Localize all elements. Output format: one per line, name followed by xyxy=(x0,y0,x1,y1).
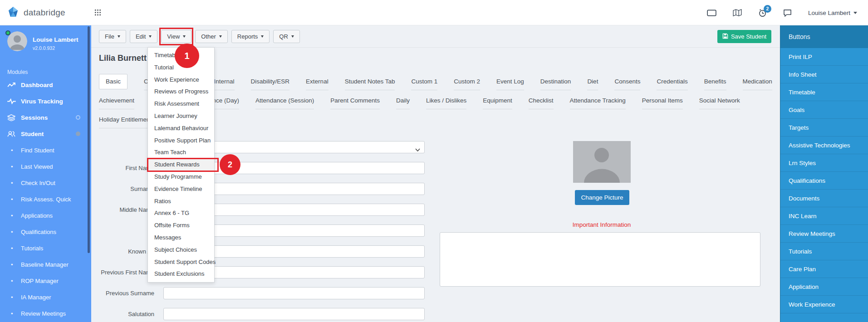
important-information-label: Important Information xyxy=(556,221,647,228)
panel-button-timetable[interactable]: Timetable xyxy=(780,83,868,101)
panel-button-documents[interactable]: Documents xyxy=(780,190,868,207)
menu-button-other[interactable]: Other xyxy=(195,30,228,43)
field-label: Previous First Name xyxy=(91,269,154,276)
view-menu-item-study-programme[interactable]: Study Programme xyxy=(148,171,214,183)
tab-student-notes-tab[interactable]: Student Notes Tab xyxy=(345,75,395,90)
tab-likes-dislikes[interactable]: Likes / Dislikes xyxy=(426,94,466,109)
layers-icon xyxy=(7,114,21,121)
panel-button-goals[interactable]: Goals xyxy=(780,101,868,119)
tab-medication[interactable]: Medication xyxy=(743,75,772,90)
bullet-icon: • xyxy=(11,212,21,219)
window-icon[interactable] xyxy=(707,10,716,16)
tab-diet[interactable]: Diet xyxy=(587,75,598,90)
tab-attendance-tracking[interactable]: Attendance Tracking xyxy=(570,94,626,109)
sidebar-item-label: Student xyxy=(21,131,44,137)
save-student-button[interactable]: Save Student xyxy=(717,30,771,43)
sidebar-subitem-check-in-out[interactable]: •Check In/Out xyxy=(0,175,91,191)
view-menu-item-offsite-forms[interactable]: Offsite Forms xyxy=(148,220,214,232)
sidebar-subitem-label: Baseline Manager xyxy=(21,261,69,268)
tab-basic[interactable]: Basic xyxy=(99,74,128,89)
tab-social-network[interactable]: Social Network xyxy=(699,94,740,109)
view-menu-item-team-teach[interactable]: Team Teach xyxy=(148,146,214,159)
tab-benefits[interactable]: Benefits xyxy=(704,75,726,90)
panel-button-lrn-styles[interactable]: Lrn Styles xyxy=(780,154,868,172)
view-menu-item-subject-choices[interactable]: Subject Choices xyxy=(148,244,214,256)
sidebar-item-dashboard[interactable]: Dashboard xyxy=(0,77,91,93)
view-menu-item-positive-support-plan[interactable]: Positive Support Plan xyxy=(148,135,214,147)
form-row: Middle Name xyxy=(91,204,436,216)
sidebar-subitem-risk-assess-quick[interactable]: •Risk Assess. Quick xyxy=(0,191,91,207)
sidebar-item-sessions[interactable]: Sessions xyxy=(0,109,91,126)
sidebar-item-virus-tracking[interactable]: Virus Tracking xyxy=(0,93,91,109)
field-input-previous-surname[interactable] xyxy=(163,287,425,299)
sidebar-scrollbar[interactable] xyxy=(88,26,90,253)
view-menu-item-lalemand-behaviour[interactable]: Lalemand Behaviour xyxy=(148,122,214,135)
menu-button-qr[interactable]: QR xyxy=(273,30,300,43)
sidebar-subitem-label: Risk Assess. Quick xyxy=(21,196,71,203)
tab-event-log[interactable]: Event Log xyxy=(496,75,524,90)
panel-button-info-sheet[interactable]: Info Sheet xyxy=(780,66,868,83)
map-book-icon[interactable] xyxy=(733,9,742,16)
menu-button-file[interactable]: File xyxy=(99,30,126,43)
solid-dot-badge xyxy=(76,132,80,136)
panel-button-targets[interactable]: Targets xyxy=(780,119,868,137)
view-menu-item-messages[interactable]: Messages xyxy=(148,232,214,244)
tab-achievement[interactable]: Achievement xyxy=(99,94,134,109)
sidebar-subitem-ia-manager[interactable]: •IA Manager xyxy=(0,289,91,305)
tab-equipment[interactable]: Equipment xyxy=(483,94,512,109)
user-menu[interactable]: Louise Lambert xyxy=(808,10,857,16)
alarm-clock-icon[interactable]: 2 xyxy=(758,9,767,17)
view-menu-item-risk-assessment[interactable]: Risk Assessment xyxy=(148,98,214,110)
menu-button-edit[interactable]: Edit xyxy=(130,30,157,43)
tab-external[interactable]: External xyxy=(306,75,329,90)
tab-custom-2[interactable]: Custom 2 xyxy=(454,75,480,90)
hollow-dot-badge xyxy=(76,115,80,120)
view-menu-item-learner-journey[interactable]: Learner Journey xyxy=(148,110,214,122)
tab-internal[interactable]: Internal xyxy=(214,75,235,90)
panel-button-print-ilp[interactable]: Print ILP xyxy=(780,48,868,66)
panel-button-review-meetings[interactable]: Review Meetings xyxy=(780,225,868,243)
panel-button-tutorials[interactable]: Tutorials xyxy=(780,243,868,260)
tab-consents[interactable]: Consents xyxy=(614,75,640,90)
panel-button-work-experience[interactable]: Work Experience xyxy=(780,296,868,313)
sidebar-subitem-tutorials[interactable]: •Tutorials xyxy=(0,240,91,256)
sidebar-subitem-rop-manager[interactable]: •ROP Manager xyxy=(0,273,91,289)
tab-parent-comments[interactable]: Parent Comments xyxy=(330,94,380,109)
tab-custom-1[interactable]: Custom 1 xyxy=(411,75,437,90)
important-information-textarea[interactable] xyxy=(440,232,760,287)
tab-attendance-session-[interactable]: Attendance (Session) xyxy=(255,94,314,109)
view-menu-item-evidence-timeline[interactable]: Evidence Timeline xyxy=(148,183,214,195)
tab-destination[interactable]: Destination xyxy=(540,75,571,90)
tab-credentials[interactable]: Credentials xyxy=(657,75,687,90)
apps-grid-icon[interactable] xyxy=(94,9,101,18)
panel-button-care-plan[interactable]: Care Plan xyxy=(780,260,868,278)
menu-button-reports[interactable]: Reports xyxy=(231,30,270,43)
sidebar-subitem-find-student[interactable]: •Find Student xyxy=(0,142,91,158)
view-menu-item-annex-6-tg[interactable]: Annex 6 - TG xyxy=(148,207,214,220)
view-menu-item-ratios[interactable]: Ratios xyxy=(148,195,214,208)
view-menu-item-work-experience[interactable]: Work Experience xyxy=(148,74,214,86)
sidebar-subitem-review-meetings[interactable]: •Review Meetings xyxy=(0,305,91,322)
tab-checklist[interactable]: Checklist xyxy=(529,94,554,109)
sidebar-subitem-baseline-manager[interactable]: •Baseline Manager xyxy=(0,256,91,273)
chat-icon[interactable] xyxy=(783,9,792,17)
field-input-salutation[interactable] xyxy=(163,308,425,320)
panel-button-application[interactable]: Application xyxy=(780,278,868,296)
tab-holiday-entitlement[interactable]: Holiday Entitlement xyxy=(99,113,152,128)
tab-personal-items[interactable]: Personal Items xyxy=(642,94,683,109)
change-picture-button[interactable]: Change Picture xyxy=(575,190,629,205)
tab-disability-esr[interactable]: Disability/ESR xyxy=(251,75,290,90)
tab-daily[interactable]: Daily xyxy=(396,94,410,109)
sidebar-subitem-applications[interactable]: •Applications xyxy=(0,207,91,224)
sidebar-item-student[interactable]: Student xyxy=(0,126,91,142)
menu-button-view[interactable]: View xyxy=(161,30,191,43)
sidebar-subitem-last-viewed[interactable]: •Last Viewed xyxy=(0,158,91,175)
view-menu-item-student-rewards[interactable]: Student Rewards2 xyxy=(148,159,214,171)
view-menu-item-reviews-of-progress[interactable]: Reviews of Progress xyxy=(148,86,214,98)
panel-button-inc-learn[interactable]: INC Learn xyxy=(780,207,868,225)
view-menu-item-student-exclusions[interactable]: Student Exclusions xyxy=(148,268,214,280)
sidebar-subitem-qualifications[interactable]: •Qualifications xyxy=(0,224,91,240)
panel-button-assistive-technologies[interactable]: Assistive Technologies xyxy=(780,137,868,154)
view-menu-item-student-support-codes[interactable]: Student Support Codes xyxy=(148,256,214,268)
panel-button-qualifications[interactable]: Qualifications xyxy=(780,172,868,190)
